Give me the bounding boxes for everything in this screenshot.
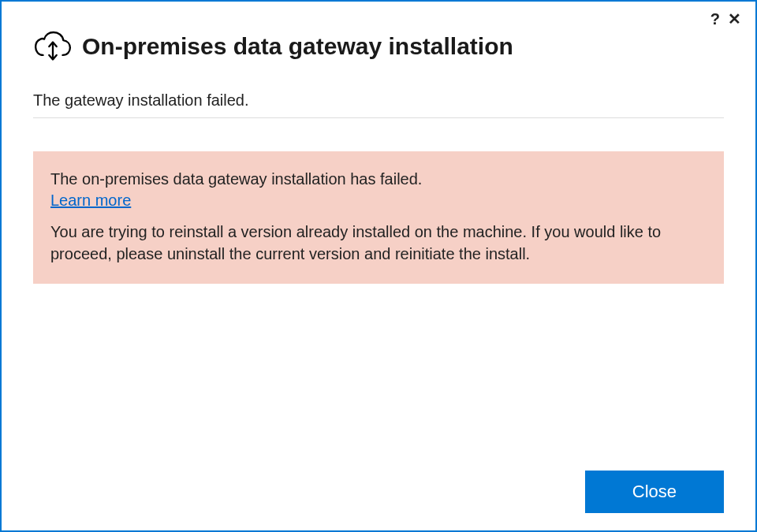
cloud-download-icon <box>33 28 73 65</box>
status-section: The gateway installation failed. <box>33 91 724 118</box>
status-message: The gateway installation failed. <box>33 91 724 110</box>
divider <box>33 117 724 118</box>
titlebar-controls: ? ✕ <box>710 11 741 27</box>
dialog-title: On-premises data gateway installation <box>82 33 513 60</box>
dialog-header: On-premises data gateway installation <box>2 2 755 65</box>
dialog-footer: Close <box>585 471 724 513</box>
close-button[interactable]: Close <box>585 471 724 513</box>
error-heading: The on-premises data gateway installatio… <box>50 170 707 188</box>
help-icon[interactable]: ? <box>710 11 720 27</box>
learn-more-link[interactable]: Learn more <box>50 192 131 210</box>
installer-dialog: ? ✕ On-premises data gateway installatio… <box>0 0 757 532</box>
close-icon[interactable]: ✕ <box>728 11 741 27</box>
error-detail: You are trying to reinstall a version al… <box>50 221 707 265</box>
error-panel: The on-premises data gateway installatio… <box>33 151 724 284</box>
